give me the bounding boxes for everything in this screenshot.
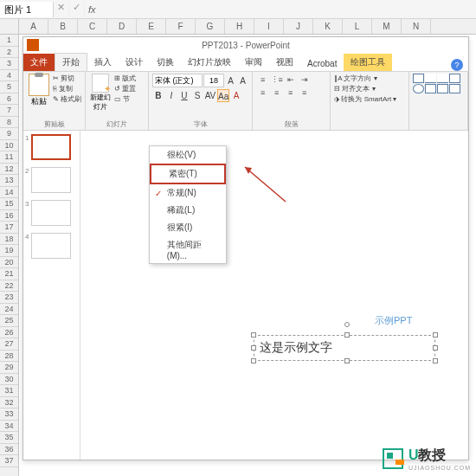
row-header[interactable]: 29 (0, 362, 18, 374)
selected-textbox[interactable]: 这是示例文字 (254, 335, 435, 361)
name-box[interactable]: 图片 1 (0, 2, 54, 17)
indent-left-icon[interactable]: ⇤ (284, 74, 297, 87)
help-icon[interactable]: ? (451, 59, 463, 71)
tab-drawing-tools[interactable]: 绘图工具 (344, 54, 392, 71)
tab-home[interactable]: 开始 (55, 53, 87, 71)
slide-thumbnail[interactable]: 3 (23, 196, 80, 229)
tab-review[interactable]: 审阅 (238, 54, 269, 71)
tab-acrobat[interactable]: Acrobat (300, 56, 344, 71)
underline-button[interactable]: U (178, 89, 190, 102)
resize-handle-n[interactable] (344, 332, 350, 338)
column-header[interactable]: D (107, 19, 137, 34)
spacing-other[interactable]: 其他间距(M)... (150, 236, 226, 263)
row-header[interactable]: 16 (0, 210, 18, 222)
row-header[interactable]: 2 (0, 47, 18, 59)
row-header[interactable]: 32 (0, 397, 18, 409)
select-all-corner[interactable] (0, 19, 19, 34)
column-header[interactable]: C (78, 19, 107, 34)
row-header[interactable]: 17 (0, 222, 18, 234)
row-header[interactable]: 28 (0, 351, 18, 363)
column-header[interactable]: E (137, 19, 166, 34)
row-header[interactable]: 8 (0, 117, 18, 129)
numbering-icon[interactable]: ⋮≡ (270, 74, 283, 87)
align-right-icon[interactable]: ≡ (284, 87, 297, 100)
column-header[interactable]: J (284, 19, 313, 34)
row-header[interactable]: 23 (0, 292, 18, 304)
tab-slideshow[interactable]: 幻灯片放映 (181, 54, 238, 71)
shape-arrow2-icon[interactable] (437, 84, 448, 93)
spacing-tight[interactable]: 紧密(T) (150, 164, 226, 184)
align-text-button[interactable]: ⊟ 对齐文本 ▾ (334, 84, 405, 94)
shadow-button[interactable]: AV (204, 89, 216, 102)
tab-view[interactable]: 视图 (269, 54, 300, 71)
row-header[interactable]: 11 (0, 151, 18, 164)
shape-brace-icon[interactable] (449, 84, 460, 93)
column-header[interactable]: K (313, 19, 343, 34)
resize-handle-s[interactable] (344, 358, 350, 363)
row-header[interactable]: 13 (0, 175, 18, 187)
paste-button[interactable]: 粘贴 (27, 74, 51, 107)
row-header[interactable]: 31 (0, 385, 18, 397)
row-header[interactable]: 1 (0, 35, 18, 47)
format-painter-button[interactable]: ✎ 格式刷 (53, 94, 81, 104)
decrease-font-icon[interactable]: A (237, 74, 248, 87)
row-header[interactable]: 14 (0, 187, 18, 199)
section-button[interactable]: ▭ 节 (114, 94, 136, 104)
row-header[interactable]: 18 (0, 234, 18, 246)
shape-line-icon[interactable] (425, 74, 436, 83)
column-header[interactable]: H (225, 19, 254, 34)
column-header[interactable]: F (166, 19, 196, 34)
row-header[interactable]: 19 (0, 245, 18, 257)
row-header[interactable]: 20 (0, 257, 18, 269)
column-header[interactable]: N (402, 19, 431, 34)
spacing-very-loose[interactable]: 很松(V) (150, 146, 226, 164)
row-header[interactable]: 4 (0, 70, 18, 82)
row-header[interactable]: 15 (0, 198, 18, 210)
spacing-very-tight[interactable]: 很紧(I) (150, 219, 226, 236)
shape-line2-icon[interactable] (437, 74, 448, 83)
fx-icon[interactable]: fx (85, 4, 100, 15)
new-slide-button[interactable]: 新建幻灯片 (89, 74, 112, 112)
resize-handle-e[interactable] (433, 345, 438, 351)
indent-right-icon[interactable]: ⇥ (298, 74, 311, 87)
row-header[interactable]: 10 (0, 140, 18, 152)
font-color-button[interactable]: A (230, 89, 242, 102)
tab-file[interactable]: 文件 (23, 54, 55, 71)
font-name-select[interactable] (152, 74, 203, 87)
rotate-handle[interactable] (344, 322, 350, 327)
row-header[interactable]: 22 (0, 280, 18, 293)
shape-arrow-icon[interactable] (449, 74, 460, 83)
row-header[interactable]: 35 (0, 432, 18, 444)
shape-oval-icon[interactable] (413, 84, 424, 93)
tab-transitions[interactable]: 切换 (150, 54, 181, 71)
spacing-normal[interactable]: ✓常规(N) (150, 184, 226, 202)
cancel-icon[interactable]: ✕ (54, 2, 69, 17)
increase-font-icon[interactable]: A (225, 74, 236, 87)
italic-button[interactable]: I (165, 89, 177, 102)
row-header[interactable]: 5 (0, 81, 18, 93)
row-header[interactable]: 24 (0, 304, 18, 316)
shapes-gallery[interactable] (413, 74, 465, 93)
slide-canvas[interactable]: 示例PPT 这是示例文字 (80, 131, 468, 460)
tab-design[interactable]: 设计 (119, 54, 150, 71)
font-size-select[interactable] (203, 74, 224, 87)
resize-handle-ne[interactable] (433, 332, 438, 338)
row-header[interactable]: 7 (0, 105, 18, 117)
column-header[interactable]: A (19, 19, 48, 34)
resize-handle-sw[interactable] (251, 358, 256, 363)
layout-button[interactable]: ⊞ 版式 (114, 74, 136, 83)
smartart-button[interactable]: ⬗ 转换为 SmartArt ▾ (334, 94, 405, 105)
row-header[interactable]: 36 (0, 444, 18, 456)
row-header[interactable]: 12 (0, 164, 18, 176)
reset-button[interactable]: ↺ 重置 (114, 84, 136, 93)
resize-handle-nw[interactable] (251, 332, 256, 338)
align-left-icon[interactable]: ≡ (256, 87, 269, 100)
row-header[interactable]: 37 (0, 455, 18, 467)
bold-button[interactable]: B (152, 89, 164, 102)
slide-thumbnail[interactable]: 1 (23, 131, 80, 164)
column-header[interactable]: B (48, 19, 78, 34)
column-header[interactable]: M (372, 19, 402, 34)
shape-tri-icon[interactable] (425, 84, 436, 93)
justify-icon[interactable]: ≡ (298, 87, 311, 100)
bullets-icon[interactable]: ≡ (256, 74, 269, 87)
